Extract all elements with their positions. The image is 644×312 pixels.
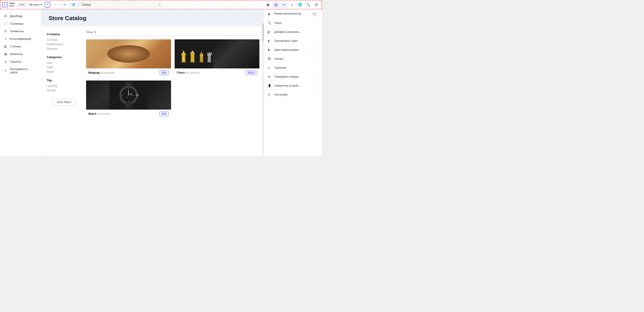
clear-filters-button[interactable]: Clear Filters <box>52 99 76 106</box>
svg-rect-42 <box>125 103 132 108</box>
price-badge-bear[interactable]: $15 <box>159 70 168 75</box>
price-badge-chess[interactable]: $10.5 <box>246 70 257 75</box>
statics-icon: ◧ <box>4 44 8 48</box>
sidebar-item-classification[interactable]: ≡ Классификация <box>0 35 41 42</box>
right-panel-item-drag-targets[interactable]: ◧ Цели перетаскиван... › <box>264 46 322 54</box>
page-nav-icon: 🖥 <box>268 75 272 78</box>
products-grid: Show: 3 Медведь By Игрушки <box>86 31 264 122</box>
product-name-watch: Watch By CoolToys <box>88 112 158 116</box>
url-chevron: ▾ <box>159 4 160 6</box>
sidebar-item-templates[interactable]: ▦ Шаблоны <box>0 50 41 58</box>
rp-item-label: Проводник страниц <box>274 75 316 78</box>
sidebar-item-label: Страницы <box>10 22 38 25</box>
right-panel-item-view-comp[interactable]: ◧ Просмотреть комп... › <box>264 36 322 46</box>
products-row-1: Медведь By Игрушки $15 <box>86 39 260 77</box>
sidebar-item-scripts[interactable]: ◎ Скрипты <box>0 58 41 65</box>
rp-item-label: Активы <box>274 57 316 60</box>
power-icon-button[interactable]: ⏻ <box>272 1 280 8</box>
sidebar-item-statics[interactable]: ◧ Статика <box>0 42 41 50</box>
sidebar-item-label: Инструменты сайта <box>10 67 35 74</box>
sidebar-item-elements[interactable]: ⊟ Элементы <box>0 27 41 35</box>
fill-mode-label: Режим заполнения (р) <box>274 12 310 16</box>
product-card-watch[interactable]: 12 10 28 200 15 <box>86 80 171 118</box>
fill-mode-icon: ▣ <box>268 12 272 16</box>
main-layout: ⊞ Дашборд › 📄 Страницы ⊟ Элементы ≡ Клас… <box>0 10 322 156</box>
monitor-icon-button[interactable]: ▣ <box>264 1 272 8</box>
more-options-button[interactable]: ⋮ <box>166 3 170 7</box>
right-panel-item-targeting[interactable]: ◎ Таргетинг › <box>264 63 322 72</box>
filter-option-groups[interactable]: Groups <box>47 88 81 92</box>
chevron-right-icon: › <box>318 31 318 33</box>
rp-item-label: Настройки <box>274 93 316 96</box>
fill-mode-toggle[interactable] <box>312 12 318 16</box>
store-selector[interactable]: My store ▾ <box>28 2 43 7</box>
company-filter-title: Company <box>47 32 81 36</box>
right-panel-item-settings[interactable]: ⚙ Настройки › <box>264 90 322 99</box>
filter-option-cooltoys[interactable]: CoolToys <box>47 38 81 42</box>
menu-icon-button[interactable]: ≡ <box>288 1 296 8</box>
cms-badge: CMS <box>17 3 26 7</box>
right-panel: ▣ Режим заполнения (р) 🔍 Поиск › ◧ Добав… <box>264 10 322 156</box>
sidebar-item-dashboard[interactable]: ⊞ Дашборд › <box>0 12 41 20</box>
product-info-bear: Медведь By Игрушки $15 <box>86 68 171 77</box>
scripts-icon: ◎ <box>4 60 8 63</box>
tag-filter: Tag Learning Groups <box>47 78 81 92</box>
grid-icon-button[interactable]: ⊞ <box>312 1 320 8</box>
sidebar-item-pages[interactable]: 📄 Страницы <box>0 20 41 27</box>
drag-targets-icon: ◧ <box>268 48 272 52</box>
svg-text:28: 28 <box>131 95 132 96</box>
scrollbar-thumb[interactable] <box>262 23 264 41</box>
add-tab-button[interactable]: + <box>44 2 50 8</box>
filter-option-igrushki[interactable]: Игрушки <box>47 46 81 51</box>
product-name-bear: Медведь By Игрушки <box>88 71 158 74</box>
show-count: 3 <box>94 31 96 34</box>
right-panel-item-add-component[interactable]: ◧ Добавить компонен... › <box>264 28 322 36</box>
search-icon-button[interactable]: 🔍 <box>304 1 312 8</box>
company-filter: Company CoolToys SimpleGames Игрушки <box>47 32 81 51</box>
svg-rect-17 <box>208 55 211 62</box>
svg-rect-32 <box>135 95 136 95</box>
nav-refresh-button[interactable]: ↺ <box>63 3 66 6</box>
svg-rect-19 <box>208 52 209 54</box>
nav-forward-button[interactable]: → <box>58 3 62 6</box>
store-chevron: ▾ <box>40 3 42 6</box>
right-panel-item-device-sim[interactable]: 📱 Симулятор устройс... › <box>264 81 322 90</box>
catalog-header: Store Catalog <box>41 10 264 26</box>
pages-icon: 📄 <box>4 22 8 25</box>
chevron-right-icon: › <box>318 40 318 42</box>
top-bar: K digitalchief_ CMS My store ▾ + ← → ↺ 🌐… <box>0 0 322 10</box>
filter-option-learning[interactable]: Learning <box>47 84 81 88</box>
url-doc-icon: 📄 <box>77 3 80 6</box>
right-panel-item-search[interactable]: 🔍 Поиск › <box>264 18 322 28</box>
globe-icon-button[interactable]: 🌐 <box>296 1 304 8</box>
product-card-chess[interactable]: Chess By CoolToys $10.5 <box>175 39 260 77</box>
sidebar-item-label: Дашборд <box>10 14 35 18</box>
filter-option-dolls[interactable]: Dolls <box>47 65 81 70</box>
chevron-right-icon: › <box>318 93 318 96</box>
product-card-bear[interactable]: Медведь By Игрушки $15 <box>86 39 171 77</box>
svg-text:10: 10 <box>126 89 127 90</box>
store-label: My store <box>29 3 40 6</box>
scrollbar[interactable] <box>262 19 264 156</box>
svg-rect-11 <box>191 52 194 53</box>
targeting-icon: ◎ <box>268 66 272 69</box>
catalog-page: Store Catalog Company CoolToys SimpleGam… <box>41 10 264 156</box>
settings-icon: ⚙ <box>268 93 272 96</box>
url-globe-icon: 🌐 <box>72 3 75 6</box>
filter-option-cars[interactable]: Cars <box>47 60 81 65</box>
sidebar-item-label: Скрипты <box>10 60 38 63</box>
right-panel-item-assets[interactable]: 🖼 Активы › <box>264 54 322 63</box>
filter-option-simplegames[interactable]: SimpleGames <box>47 42 81 46</box>
svg-point-36 <box>128 94 129 96</box>
assets-icon: 🖼 <box>268 57 272 60</box>
right-panel-item-page-nav[interactable]: 🖥 Проводник страниц › <box>264 72 322 81</box>
rp-item-label: Поиск <box>274 22 316 24</box>
filter-option-board[interactable]: Board <box>47 70 81 74</box>
sidebar-item-tools[interactable]: ✳ Инструменты сайта › <box>0 65 41 76</box>
view-comp-icon: ◧ <box>268 39 272 42</box>
nav-back-button[interactable]: ← <box>54 3 56 6</box>
url-bar[interactable]: 🌐 📄 Catalog ▾ <box>69 2 163 7</box>
price-badge-watch[interactable]: $15 <box>159 112 168 116</box>
edit-icon-button[interactable]: ✏ <box>280 1 288 8</box>
svg-rect-27 <box>137 94 138 96</box>
